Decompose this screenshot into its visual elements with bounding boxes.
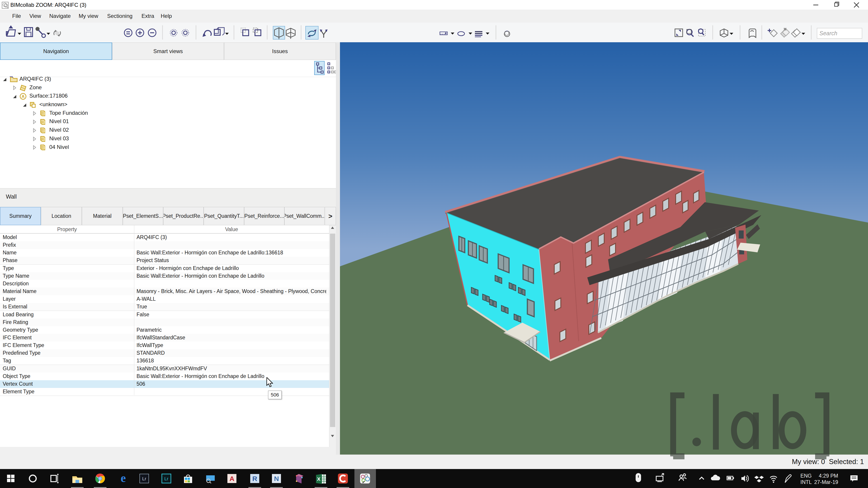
svg-text:ENG: ENG <box>800 473 812 479</box>
svg-text:N: N <box>274 475 279 482</box>
svg-text:4:29 PM: 4:29 PM <box>819 473 838 479</box>
svg-text:Lr: Lr <box>142 476 146 481</box>
svg-text:A: A <box>22 94 25 99</box>
svg-text:R: R <box>252 475 257 482</box>
svg-text:X: X <box>317 476 320 482</box>
svg-text:INTL: INTL <box>800 479 812 485</box>
svg-text:Lr: Lr <box>164 476 168 481</box>
svg-text:A: A <box>229 475 235 482</box>
svg-text:e: e <box>121 471 126 484</box>
svg-text:27-Mar-19: 27-Mar-19 <box>814 479 838 485</box>
